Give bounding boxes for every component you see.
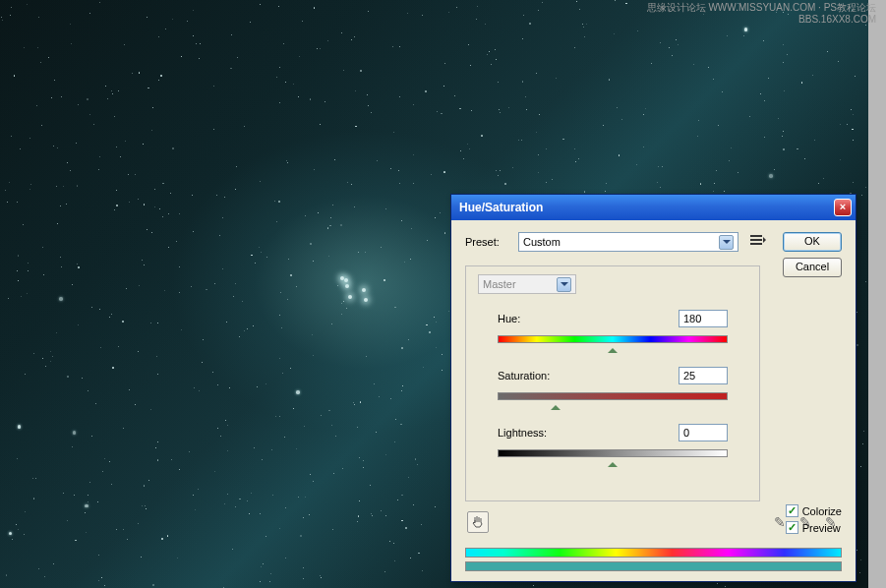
saturation-track (498, 392, 728, 400)
hue-slider[interactable] (498, 335, 728, 349)
preset-menu-icon[interactable] (750, 235, 766, 249)
check-icon: ✓ (786, 521, 798, 534)
chevron-down-icon (719, 235, 734, 250)
watermark-line2: BBS.16XX8.COM (647, 14, 876, 26)
check-icon: ✓ (786, 504, 798, 517)
close-button[interactable]: × (834, 199, 852, 216)
colorize-label: Colorize (802, 505, 842, 517)
preset-value: Custom (523, 236, 561, 248)
saturation-slider[interactable] (498, 392, 728, 406)
preview-checkbox[interactable]: ✓ Preview (786, 521, 842, 534)
preset-select[interactable]: Custom (518, 232, 738, 252)
hue-thumb[interactable] (608, 343, 618, 351)
hue-row: Hue: (498, 310, 728, 327)
chevron-down-icon (557, 277, 571, 292)
watermark: 思缘设计论坛 WWW.MISSYUAN.COM · PS教程论坛 BBS.16X… (647, 2, 876, 26)
result-bar (465, 561, 842, 571)
dialog-buttons: OK Cancel (783, 232, 842, 277)
edit-value: Master (483, 278, 516, 290)
hue-track (498, 335, 728, 343)
preset-label: Preset: (465, 236, 510, 248)
lightness-row: Lightness: (498, 424, 728, 441)
dialog-title: Hue/Saturation (459, 201, 834, 214)
saturation-thumb[interactable] (551, 400, 561, 408)
hue-input[interactable] (679, 310, 728, 327)
colorize-checkbox[interactable]: ✓ Colorize (786, 504, 842, 517)
hue-label: Hue: (498, 313, 520, 324)
saturation-row: Saturation: (498, 367, 728, 384)
lightness-input[interactable] (679, 424, 728, 441)
saturation-input[interactable] (679, 367, 728, 384)
edit-channel-select: Master (478, 274, 576, 294)
color-bars (465, 548, 842, 571)
hue-saturation-dialog: Hue/Saturation × Preset: Custom OK Cance… (450, 194, 856, 582)
dialog-body: Preset: Custom OK Cancel Master Hue: (451, 220, 856, 581)
ok-button[interactable]: OK (783, 232, 842, 252)
saturation-label: Saturation: (498, 370, 550, 382)
scrubby-hand-icon[interactable] (467, 511, 489, 533)
adjustment-group: Master Hue: Saturation: Lightness: (465, 265, 760, 501)
lightness-label: Lightness: (498, 427, 547, 439)
lightness-slider[interactable] (498, 449, 728, 463)
cancel-button[interactable]: Cancel (783, 258, 842, 277)
checkbox-group: ✓ Colorize ✓ Preview (786, 504, 842, 534)
spectrum-bar (465, 548, 842, 558)
preview-label: Preview (802, 522, 841, 534)
lightness-track (498, 449, 728, 457)
dialog-titlebar[interactable]: Hue/Saturation × (451, 195, 856, 220)
lightness-thumb[interactable] (608, 457, 618, 465)
watermark-line1: 思缘设计论坛 WWW.MISSYUAN.COM · PS教程论坛 (647, 2, 876, 14)
